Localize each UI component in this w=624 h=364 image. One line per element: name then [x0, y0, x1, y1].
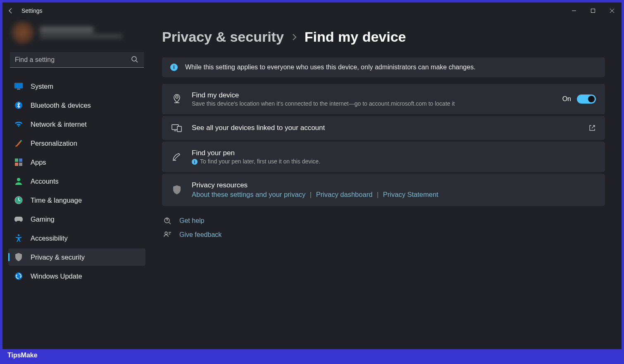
svg-rect-6 — [15, 158, 18, 162]
privacy-resources-title: Privacy resources — [192, 181, 596, 189]
help-icon — [163, 217, 172, 225]
wifi-icon — [14, 120, 23, 129]
find-device-toggle[interactable] — [577, 95, 596, 104]
svg-point-14 — [176, 96, 178, 98]
breadcrumb-parent[interactable]: Privacy & security — [162, 29, 284, 45]
svg-point-12 — [18, 234, 19, 236]
linked-devices-title: See all your devices linked to your acco… — [192, 124, 579, 132]
sidebar-item-label: Bluetooth & devices — [31, 102, 91, 109]
breadcrumb: Privacy & security Find my device — [162, 29, 605, 45]
sidebar-item-label: Accounts — [31, 177, 59, 185]
svg-rect-4 — [17, 89, 20, 90]
sidebar-item-network[interactable]: Network & internet — [8, 116, 145, 133]
toggle-label: On — [562, 95, 571, 103]
info-banner: i While this setting applies to everyone… — [162, 57, 605, 77]
sidebar-item-bluetooth[interactable]: Bluetooth & devices — [8, 97, 145, 114]
linked-devices-row[interactable]: See all your devices linked to your acco… — [162, 116, 605, 140]
privacy-resources-row: Privacy resources About these settings a… — [162, 174, 605, 206]
info-icon: i — [192, 159, 198, 165]
paintbrush-icon — [14, 139, 23, 148]
minimize-button[interactable] — [564, 4, 584, 17]
user-profile[interactable] — [8, 19, 145, 49]
person-icon — [14, 177, 23, 186]
apps-icon — [14, 158, 23, 167]
find-device-title: Find my device — [192, 91, 553, 99]
search-icon[interactable] — [131, 55, 139, 64]
sidebar-item-personalization[interactable]: Personalization — [8, 135, 145, 152]
watermark-text: TipsMake — [7, 352, 38, 359]
sidebar-item-label: Privacy & security — [31, 253, 85, 261]
svg-rect-2 — [14, 83, 23, 88]
svg-point-10 — [17, 178, 20, 181]
get-help-link[interactable]: Get help — [162, 217, 605, 225]
find-pen-row: Find your pen iTo find your pen later, f… — [162, 142, 605, 172]
shield-icon — [14, 253, 23, 262]
sidebar-item-label: Apps — [31, 158, 46, 166]
sidebar-item-privacy-security[interactable]: Privacy & security — [8, 248, 145, 266]
get-help-label: Get help — [179, 217, 204, 225]
find-pen-sub: To find your pen later, first use it on … — [200, 158, 320, 165]
maximize-button[interactable] — [584, 4, 603, 17]
location-pin-icon — [171, 94, 183, 104]
sidebar-item-gaming[interactable]: Gaming — [8, 210, 145, 228]
accessibility-icon — [14, 234, 23, 243]
sidebar-item-label: Personalization — [31, 139, 77, 147]
window-title: Settings — [21, 7, 43, 14]
chevron-right-icon — [291, 33, 297, 42]
info-icon: i — [170, 64, 178, 71]
devices-icon — [171, 123, 183, 132]
sidebar-item-label: System — [31, 83, 53, 90]
watermark-footer: TipsMake — [2, 349, 622, 362]
sidebar-item-label: Gaming — [31, 215, 55, 223]
gamepad-icon — [14, 215, 23, 224]
clock-globe-icon — [14, 196, 23, 205]
find-device-sub: Save this device's location when it's co… — [192, 100, 553, 107]
sidebar-item-accessibility[interactable]: Accessibility — [8, 229, 145, 247]
bluetooth-icon — [14, 101, 23, 110]
sidebar-item-label: Time & language — [31, 196, 82, 204]
sidebar-item-time-language[interactable]: Time & language — [8, 191, 145, 209]
back-icon[interactable] — [7, 7, 14, 14]
update-icon — [14, 272, 23, 281]
breadcrumb-current: Find my device — [305, 29, 406, 45]
feedback-icon — [163, 231, 172, 239]
close-button[interactable] — [603, 4, 622, 17]
svg-point-18 — [165, 232, 167, 234]
sidebar-item-label: Accessibility — [31, 234, 68, 242]
pen-icon — [171, 152, 183, 162]
info-banner-text: While this setting applies to everyone w… — [185, 64, 476, 71]
find-pen-title: Find your pen — [192, 149, 596, 157]
shield-icon — [171, 184, 183, 195]
svg-rect-0 — [591, 9, 595, 13]
link-privacy-statement[interactable]: Privacy Statement — [383, 191, 438, 198]
search-input[interactable] — [10, 52, 144, 68]
svg-rect-8 — [15, 163, 18, 166]
sidebar-item-accounts[interactable]: Accounts — [8, 173, 145, 190]
svg-rect-7 — [19, 158, 22, 162]
external-link-icon — [588, 124, 596, 132]
svg-rect-9 — [19, 163, 22, 166]
monitor-icon — [14, 82, 23, 91]
find-my-device-row: Find my device Save this device's locati… — [162, 84, 605, 114]
svg-point-1 — [132, 57, 136, 61]
avatar-icon — [12, 21, 34, 44]
sidebar-item-label: Windows Update — [31, 272, 82, 280]
link-privacy-dashboard[interactable]: Privacy dashboard — [316, 191, 373, 198]
give-feedback-label: Give feedback — [179, 231, 221, 239]
svg-rect-16 — [177, 126, 181, 132]
give-feedback-link[interactable]: Give feedback — [162, 231, 605, 239]
sidebar-item-label: Network & internet — [31, 121, 87, 128]
sidebar-item-system[interactable]: System — [8, 78, 145, 95]
sidebar-item-windows-update[interactable]: Windows Update — [8, 267, 145, 285]
sidebar-item-apps[interactable]: Apps — [8, 154, 145, 171]
link-about-privacy[interactable]: About these settings and your privacy — [192, 191, 305, 198]
